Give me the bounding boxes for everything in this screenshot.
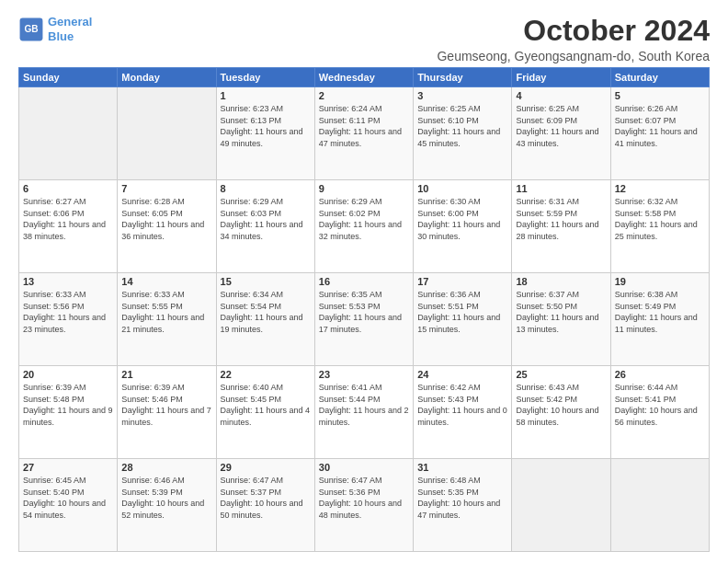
day-info: Sunrise: 6:32 AM Sunset: 5:58 PM Dayligh…: [615, 196, 705, 242]
day-cell-3-6: 26Sunrise: 6:44 AM Sunset: 5:41 PM Dayli…: [610, 366, 709, 459]
day-info: Sunrise: 6:34 AM Sunset: 5:54 PM Dayligh…: [221, 289, 311, 335]
day-number: 20: [23, 369, 113, 380]
day-info: Sunrise: 6:24 AM Sunset: 6:11 PM Dayligh…: [319, 103, 409, 149]
day-info: Sunrise: 6:45 AM Sunset: 5:40 PM Dayligh…: [23, 475, 113, 521]
col-wednesday: Wednesday: [314, 68, 413, 87]
col-monday: Monday: [118, 68, 216, 87]
day-cell-4-4: 31Sunrise: 6:48 AM Sunset: 5:35 PM Dayli…: [414, 459, 512, 552]
main-title: October 2024: [437, 15, 710, 47]
day-number: 10: [417, 183, 507, 194]
day-number: 24: [417, 369, 507, 380]
day-cell-2-1: 14Sunrise: 6:33 AM Sunset: 5:55 PM Dayli…: [118, 273, 216, 366]
day-cell-1-5: 11Sunrise: 6:31 AM Sunset: 5:59 PM Dayli…: [512, 180, 610, 273]
day-info: Sunrise: 6:37 AM Sunset: 5:50 PM Dayligh…: [516, 289, 606, 335]
col-tuesday: Tuesday: [216, 68, 314, 87]
day-info: Sunrise: 6:38 AM Sunset: 5:49 PM Dayligh…: [615, 289, 705, 335]
day-cell-3-5: 25Sunrise: 6:43 AM Sunset: 5:42 PM Dayli…: [512, 366, 610, 459]
day-number: 3: [417, 90, 507, 101]
header: GB General Blue October 2024 Geumseong, …: [18, 15, 710, 63]
day-cell-3-4: 24Sunrise: 6:42 AM Sunset: 5:43 PM Dayli…: [414, 366, 512, 459]
day-cell-1-0: 6Sunrise: 6:27 AM Sunset: 6:06 PM Daylig…: [19, 180, 118, 273]
day-cell-0-4: 3Sunrise: 6:25 AM Sunset: 6:10 PM Daylig…: [414, 87, 512, 180]
day-number: 28: [121, 462, 211, 473]
day-cell-2-5: 18Sunrise: 6:37 AM Sunset: 5:50 PM Dayli…: [512, 273, 610, 366]
calendar-header-row: Sunday Monday Tuesday Wednesday Thursday…: [19, 68, 710, 87]
day-number: 9: [319, 183, 409, 194]
day-info: Sunrise: 6:36 AM Sunset: 5:51 PM Dayligh…: [417, 289, 507, 335]
week-row-1: 1Sunrise: 6:23 AM Sunset: 6:13 PM Daylig…: [19, 87, 710, 180]
day-number: 5: [615, 90, 705, 101]
col-saturday: Saturday: [610, 68, 709, 87]
day-number: 21: [121, 369, 211, 380]
col-friday: Friday: [512, 68, 610, 87]
logo-icon: GB: [18, 17, 44, 42]
day-cell-4-5: [512, 459, 610, 552]
day-info: Sunrise: 6:40 AM Sunset: 5:45 PM Dayligh…: [221, 382, 311, 428]
day-info: Sunrise: 6:44 AM Sunset: 5:41 PM Dayligh…: [615, 382, 705, 428]
day-info: Sunrise: 6:41 AM Sunset: 5:44 PM Dayligh…: [319, 382, 409, 428]
day-info: Sunrise: 6:46 AM Sunset: 5:39 PM Dayligh…: [121, 475, 211, 521]
calendar-table: Sunday Monday Tuesday Wednesday Thursday…: [18, 67, 710, 552]
day-info: Sunrise: 6:39 AM Sunset: 5:46 PM Dayligh…: [121, 382, 211, 428]
day-info: Sunrise: 6:25 AM Sunset: 6:09 PM Dayligh…: [516, 103, 606, 149]
day-info: Sunrise: 6:48 AM Sunset: 5:35 PM Dayligh…: [417, 475, 507, 521]
day-number: 23: [319, 369, 409, 380]
day-cell-3-0: 20Sunrise: 6:39 AM Sunset: 5:48 PM Dayli…: [19, 366, 118, 459]
day-cell-1-4: 10Sunrise: 6:30 AM Sunset: 6:00 PM Dayli…: [414, 180, 512, 273]
day-info: Sunrise: 6:29 AM Sunset: 6:02 PM Dayligh…: [319, 196, 409, 242]
title-block: October 2024 Geumseong, Gyeongsangnam-do…: [437, 15, 710, 63]
day-number: 26: [615, 369, 705, 380]
day-number: 19: [615, 276, 705, 287]
day-info: Sunrise: 6:47 AM Sunset: 5:37 PM Dayligh…: [221, 475, 311, 521]
day-info: Sunrise: 6:35 AM Sunset: 5:53 PM Dayligh…: [319, 289, 409, 335]
day-info: Sunrise: 6:31 AM Sunset: 5:59 PM Dayligh…: [516, 196, 606, 242]
col-sunday: Sunday: [19, 68, 118, 87]
day-cell-2-2: 15Sunrise: 6:34 AM Sunset: 5:54 PM Dayli…: [216, 273, 314, 366]
day-cell-2-0: 13Sunrise: 6:33 AM Sunset: 5:56 PM Dayli…: [19, 273, 118, 366]
day-info: Sunrise: 6:30 AM Sunset: 6:00 PM Dayligh…: [417, 196, 507, 242]
day-info: Sunrise: 6:29 AM Sunset: 6:03 PM Dayligh…: [221, 196, 311, 242]
subtitle: Geumseong, Gyeongsangnam-do, South Korea: [437, 49, 710, 63]
week-row-4: 20Sunrise: 6:39 AM Sunset: 5:48 PM Dayli…: [19, 366, 710, 459]
day-cell-0-3: 2Sunrise: 6:24 AM Sunset: 6:11 PM Daylig…: [314, 87, 413, 180]
day-number: 30: [319, 462, 409, 473]
day-cell-4-1: 28Sunrise: 6:46 AM Sunset: 5:39 PM Dayli…: [118, 459, 216, 552]
week-row-3: 13Sunrise: 6:33 AM Sunset: 5:56 PM Dayli…: [19, 273, 710, 366]
day-number: 11: [516, 183, 606, 194]
week-row-5: 27Sunrise: 6:45 AM Sunset: 5:40 PM Dayli…: [19, 459, 710, 552]
logo-text: General Blue: [48, 15, 92, 43]
week-row-2: 6Sunrise: 6:27 AM Sunset: 6:06 PM Daylig…: [19, 180, 710, 273]
day-info: Sunrise: 6:47 AM Sunset: 5:36 PM Dayligh…: [319, 475, 409, 521]
day-cell-4-3: 30Sunrise: 6:47 AM Sunset: 5:36 PM Dayli…: [314, 459, 413, 552]
day-number: 15: [221, 276, 311, 287]
day-info: Sunrise: 6:25 AM Sunset: 6:10 PM Dayligh…: [417, 103, 507, 149]
day-cell-1-2: 8Sunrise: 6:29 AM Sunset: 6:03 PM Daylig…: [216, 180, 314, 273]
logo-line1: General: [48, 15, 92, 29]
day-number: 31: [417, 462, 507, 473]
day-cell-0-1: [118, 87, 216, 180]
day-cell-1-6: 12Sunrise: 6:32 AM Sunset: 5:58 PM Dayli…: [610, 180, 709, 273]
page: GB General Blue October 2024 Geumseong, …: [0, 0, 728, 563]
day-cell-0-5: 4Sunrise: 6:25 AM Sunset: 6:09 PM Daylig…: [512, 87, 610, 180]
day-cell-4-6: [610, 459, 709, 552]
day-cell-3-3: 23Sunrise: 6:41 AM Sunset: 5:44 PM Dayli…: [314, 366, 413, 459]
day-info: Sunrise: 6:23 AM Sunset: 6:13 PM Dayligh…: [221, 103, 311, 149]
day-info: Sunrise: 6:42 AM Sunset: 5:43 PM Dayligh…: [417, 382, 507, 428]
day-number: 13: [23, 276, 113, 287]
day-number: 14: [121, 276, 211, 287]
day-number: 4: [516, 90, 606, 101]
day-number: 25: [516, 369, 606, 380]
day-info: Sunrise: 6:28 AM Sunset: 6:05 PM Dayligh…: [121, 196, 211, 242]
day-number: 29: [221, 462, 311, 473]
day-cell-1-1: 7Sunrise: 6:28 AM Sunset: 6:05 PM Daylig…: [118, 180, 216, 273]
day-cell-2-4: 17Sunrise: 6:36 AM Sunset: 5:51 PM Dayli…: [414, 273, 512, 366]
logo-line2: Blue: [48, 29, 74, 43]
day-number: 12: [615, 183, 705, 194]
day-cell-0-6: 5Sunrise: 6:26 AM Sunset: 6:07 PM Daylig…: [610, 87, 709, 180]
day-info: Sunrise: 6:33 AM Sunset: 5:55 PM Dayligh…: [121, 289, 211, 335]
day-cell-4-0: 27Sunrise: 6:45 AM Sunset: 5:40 PM Dayli…: [19, 459, 118, 552]
day-number: 22: [221, 369, 311, 380]
day-info: Sunrise: 6:26 AM Sunset: 6:07 PM Dayligh…: [615, 103, 705, 149]
day-cell-4-2: 29Sunrise: 6:47 AM Sunset: 5:37 PM Dayli…: [216, 459, 314, 552]
day-cell-1-3: 9Sunrise: 6:29 AM Sunset: 6:02 PM Daylig…: [314, 180, 413, 273]
